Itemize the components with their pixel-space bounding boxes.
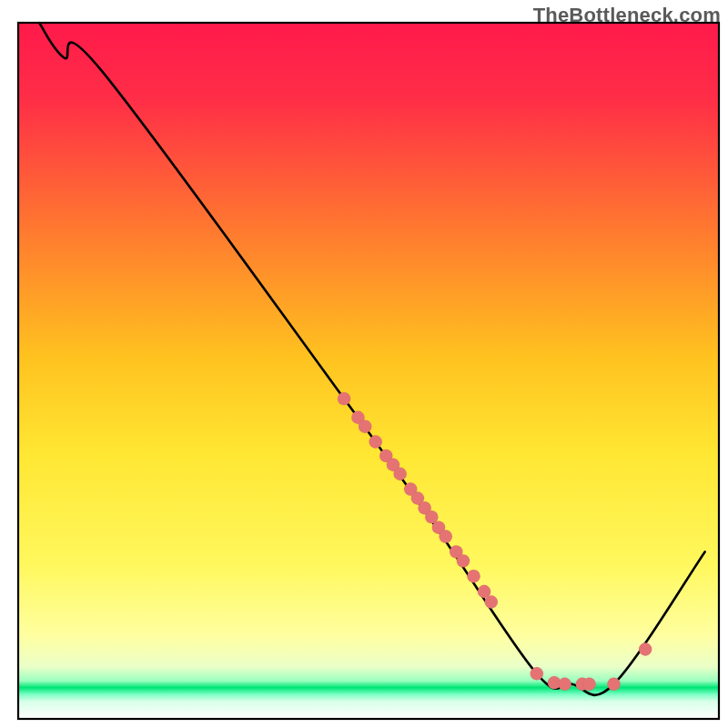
plot-background bbox=[18, 23, 719, 719]
bottleneck-chart bbox=[0, 0, 728, 728]
data-dot bbox=[440, 530, 452, 542]
data-dot bbox=[485, 595, 498, 608]
data-dot bbox=[393, 468, 406, 480]
data-dot bbox=[369, 435, 382, 448]
data-dot bbox=[607, 678, 620, 691]
data-dot bbox=[582, 678, 595, 691]
data-dot bbox=[531, 667, 543, 680]
watermark-text: TheBottleneck.com bbox=[533, 4, 721, 27]
data-dot bbox=[457, 554, 470, 567]
data-dot bbox=[338, 392, 350, 405]
data-dot bbox=[467, 570, 480, 582]
data-dot bbox=[639, 642, 652, 655]
data-dot bbox=[558, 678, 571, 691]
chart-container: TheBottleneck.com bbox=[0, 0, 728, 728]
data-dot bbox=[359, 420, 371, 433]
